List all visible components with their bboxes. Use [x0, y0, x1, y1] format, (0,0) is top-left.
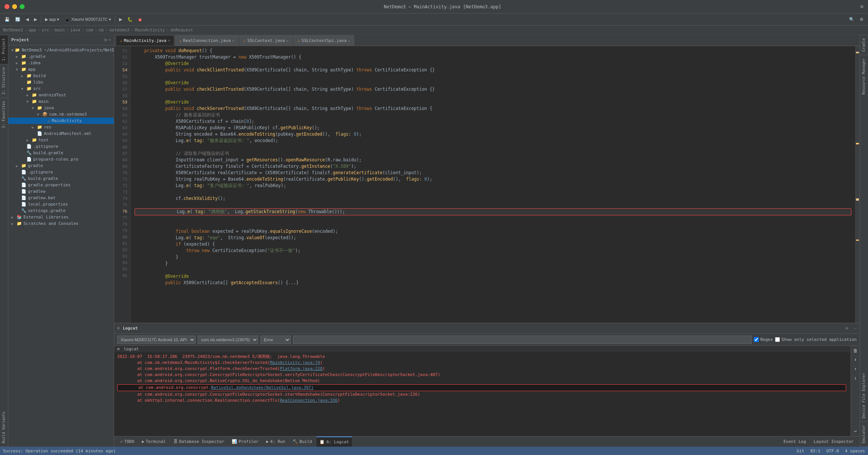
tab-realconnection[interactable]: ☕ RealConnection.java ✕ [175, 35, 239, 46]
close-tab-icon4[interactable]: ✕ [348, 39, 350, 43]
breadcrumb-item[interactable]: app [29, 28, 36, 32]
log-link[interactable]: NativeSsl.doHandshake(NativeSsl.java:387… [211, 385, 314, 390]
show-selected-checkbox-label[interactable]: Show only selected application [775, 337, 857, 342]
tree-item-build-gradle[interactable]: 🔧 build.gradle [8, 175, 114, 182]
close-tab-icon3[interactable]: ✕ [287, 39, 288, 43]
logcat-drag-handle[interactable]: ≡ [117, 326, 120, 331]
tree-item-manifest[interactable]: 📄 AndroidManifest.xml [8, 130, 114, 137]
regex-checkbox[interactable] [754, 337, 759, 342]
minimize-button[interactable] [12, 4, 17, 9]
breadcrumb-item[interactable]: java [70, 28, 81, 32]
git-branch[interactable]: Git [797, 449, 804, 453]
editor-scrollbar[interactable] [855, 46, 860, 323]
tab-sslcontext[interactable]: ☕ SSLContext.java ✕ [239, 35, 293, 46]
profiler-tab[interactable]: 📊 Profiler [229, 436, 262, 447]
expand-icon[interactable]: ⊞ [860, 4, 863, 9]
logcat-up-icon[interactable]: ↑ [853, 365, 857, 372]
tree-item-gradle-props[interactable]: 📄 gradle.properties [8, 182, 114, 188]
todo-tab[interactable]: ✓ TODO [117, 436, 137, 447]
tree-item-idea[interactable]: ▶ 📁 .idea [8, 60, 114, 66]
sync-button[interactable]: 🔄 [14, 16, 22, 23]
tree-item-res[interactable]: ▶ 📁 res [8, 124, 114, 130]
layout-inspector-tab[interactable]: Layout Inspector [811, 436, 857, 447]
logcat-scroll-end-icon[interactable]: ⬇ [853, 356, 857, 363]
code-editor[interactable]: 51525354 55565758 59606162 63646566 6768… [114, 46, 860, 323]
breadcrumb-item[interactable]: doRequest [170, 28, 193, 32]
back-button[interactable]: ◀ [24, 16, 30, 23]
tree-item-libs[interactable]: 📁 libs [8, 79, 114, 85]
database-inspector-tab[interactable]: 🗄 Database Inspector [170, 436, 227, 447]
tree-item-test[interactable]: ▶ 📁 test [8, 137, 114, 143]
device-select[interactable]: 📱 Xiaomi M2007J17C ▾ [63, 16, 112, 23]
regex-checkbox-label[interactable]: Regex [754, 337, 773, 342]
sidebar-settings-icon[interactable]: ⚙ [104, 37, 107, 42]
tree-item-build[interactable]: ▶ 📁 build [8, 73, 114, 79]
logcat-settings-icon[interactable]: ⚙ [846, 326, 848, 331]
search-everywhere-button[interactable]: 🔍 [848, 16, 856, 23]
gradle-tab[interactable]: Gradle [860, 35, 868, 55]
device-file-explorer-tab[interactable]: Device File Explorer [860, 370, 868, 422]
show-selected-checkbox[interactable] [775, 337, 780, 342]
logcat-wrap-icon[interactable]: ↩ [853, 428, 857, 435]
tree-item-app[interactable]: ▼ 📁 app [8, 66, 114, 73]
tree-item-netdemo3[interactable]: ▼ 📁 NetDemo3 ~/AndroidStudioProjects/Net… [8, 47, 114, 53]
stop-button[interactable]: ⏹ [136, 17, 144, 23]
tree-item-src[interactable]: ▼ 📁 src [8, 85, 114, 92]
tree-item-local-props[interactable]: 📄 local.properties [8, 201, 114, 207]
project-tab[interactable]: 1: Project [0, 35, 8, 64]
tree-item-proguard[interactable]: 📄 proguard-rules.pro [8, 156, 114, 162]
breadcrumb-item[interactable]: main [55, 28, 65, 32]
log-link[interactable]: Platform.java:228 [280, 366, 322, 371]
device-selector[interactable]: Xiaomi M2007J17C Android 10, API [117, 336, 195, 344]
emulator-tab[interactable]: Emulator [860, 422, 868, 447]
terminal-tab[interactable]: ▶ Terminal [139, 436, 169, 447]
close-button[interactable] [5, 4, 9, 9]
tree-item-gitignore-app[interactable]: 📄 .gitignore [8, 143, 114, 150]
save-all-button[interactable]: 💾 [3, 16, 11, 23]
build-variants-tab[interactable]: Build Variants [0, 409, 8, 447]
log-level-selector[interactable]: Error [260, 336, 291, 344]
run-button[interactable]: ▶ [118, 16, 124, 23]
debug-button[interactable]: 🐛 [126, 16, 134, 23]
tree-item-mainactivity[interactable]: ☕ MainActivity [8, 118, 114, 124]
tree-item-scratches[interactable]: ▶ 📁 Scratches and Consoles [8, 220, 114, 227]
logcat-content[interactable]: 2022-10-07 15:58:17.186 23975-24023/com.… [114, 352, 851, 436]
tree-item-gradlew-bat[interactable]: 📄 gradlew.bat [8, 195, 114, 201]
close-tab-icon[interactable]: ✕ [168, 39, 170, 42]
run-tab[interactable]: ▶ 4: Run [263, 436, 288, 447]
settings-button[interactable]: ⚙ [858, 16, 865, 23]
breadcrumb-item[interactable]: com [86, 28, 93, 32]
breadcrumb-item[interactable]: src [42, 28, 49, 32]
tree-item-settings-gradle[interactable]: 🔧 settings.gradle [8, 207, 114, 214]
event-log-tab[interactable]: Event Log [780, 436, 809, 447]
maximize-button[interactable] [20, 4, 25, 9]
encoding[interactable]: UTF-8 [826, 449, 839, 453]
tree-item-gitignore[interactable]: 📄 .gitignore [8, 169, 114, 175]
tree-item-gradlew[interactable]: 📄 gradlew [8, 188, 114, 195]
run-config-select[interactable]: ▶ app ▾ [43, 16, 61, 23]
sidebar-expand-icon[interactable]: — [108, 37, 111, 42]
breadcrumb-item[interactable]: netdemo3 [109, 28, 129, 32]
tree-item-main[interactable]: ▼ 📁 main [8, 98, 114, 105]
logcat-tab[interactable]: 📋 6: Logcat [316, 436, 352, 447]
tab-sslcontextspi[interactable]: ☕ SSLContextSpi.java ✕ [293, 35, 354, 46]
tree-item-gradle-folder[interactable]: ▶ 📁 gradle [8, 162, 114, 169]
log-link[interactable]: MainActivity.java:74 [270, 360, 320, 365]
tree-item-build-gradle-app[interactable]: 🔧 build.gradle [8, 150, 114, 156]
tab-mainactivity[interactable]: ☕ MainActivity.java ✕ [116, 35, 174, 46]
close-tab-icon2[interactable]: ✕ [232, 39, 234, 43]
package-selector[interactable]: com.nb.netdemo3 (23975) [198, 336, 258, 344]
code-content[interactable]: private void doRequest() { X509TrustMana… [131, 46, 855, 323]
logcat-clear-icon[interactable]: 🗑 [852, 347, 859, 354]
breadcrumb-item[interactable]: NetDemo3 [3, 28, 23, 32]
build-tab[interactable]: 🔨 Build [290, 436, 315, 447]
forward-button[interactable]: ▶ [33, 16, 39, 23]
structure-tab[interactable]: 2: Structure [0, 64, 8, 98]
indent-settings[interactable]: 4 spaces [845, 449, 865, 453]
logcat-close-icon[interactable]: — [854, 326, 857, 331]
tree-item-androidtest[interactable]: ▶ 📁 androidTest [8, 92, 114, 98]
log-link[interactable]: RealConnection.java:336 [280, 398, 337, 403]
tree-item-java[interactable]: ▼ 📁 java [8, 105, 114, 111]
tree-item-external-libs[interactable]: ▶ 📚 External Libraries [8, 214, 114, 220]
tree-item-package[interactable]: ▼ 📦 com.nb.netdemo3 [8, 111, 114, 118]
